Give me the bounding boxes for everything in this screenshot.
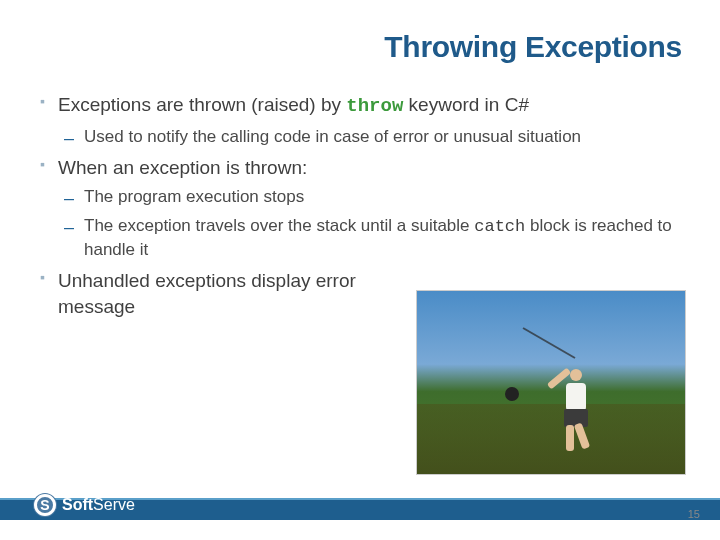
bullet-2-sub-2-text-a: The exception travels over the stack unt… (84, 216, 474, 235)
bullet-1-sub-1: Used to notify the calling code in case … (58, 126, 682, 149)
bullet-1-text-a: Exceptions are thrown (raised) by (58, 94, 346, 115)
logo-text-bold: Soft (62, 496, 93, 513)
bullet-1: Exceptions are thrown (raised) by throw … (38, 92, 682, 149)
logo-text-rest: Serve (93, 496, 135, 513)
page-number: 15 (688, 508, 700, 520)
bullet-list: Exceptions are thrown (raised) by throw … (38, 92, 682, 319)
bullet-2-sub-2: The exception travels over the stack unt… (58, 215, 682, 262)
bullet-1-text-b: keyword in C# (403, 94, 529, 115)
catch-keyword: catch (474, 217, 525, 236)
throw-keyword: throw (346, 95, 403, 117)
slide-title: Throwing Exceptions (38, 30, 682, 64)
footer-bar: S SoftServe (0, 490, 720, 540)
logo-text: SoftServe (62, 496, 135, 514)
softserve-logo: S SoftServe (34, 494, 135, 516)
slide: Throwing Exceptions Exceptions are throw… (0, 0, 720, 540)
decorative-image (416, 290, 686, 475)
bullet-1-sub: Used to notify the calling code in case … (58, 126, 682, 149)
bullet-3: Unhandled exceptions display error messa… (38, 268, 358, 319)
bullet-2: When an exception is thrown: The program… (38, 155, 682, 262)
logo-mark-icon: S (34, 494, 56, 516)
bullet-2-sub: The program execution stops The exceptio… (58, 186, 682, 262)
bullet-2-text: When an exception is thrown: (58, 157, 307, 178)
bullet-2-sub-1: The program execution stops (58, 186, 682, 209)
